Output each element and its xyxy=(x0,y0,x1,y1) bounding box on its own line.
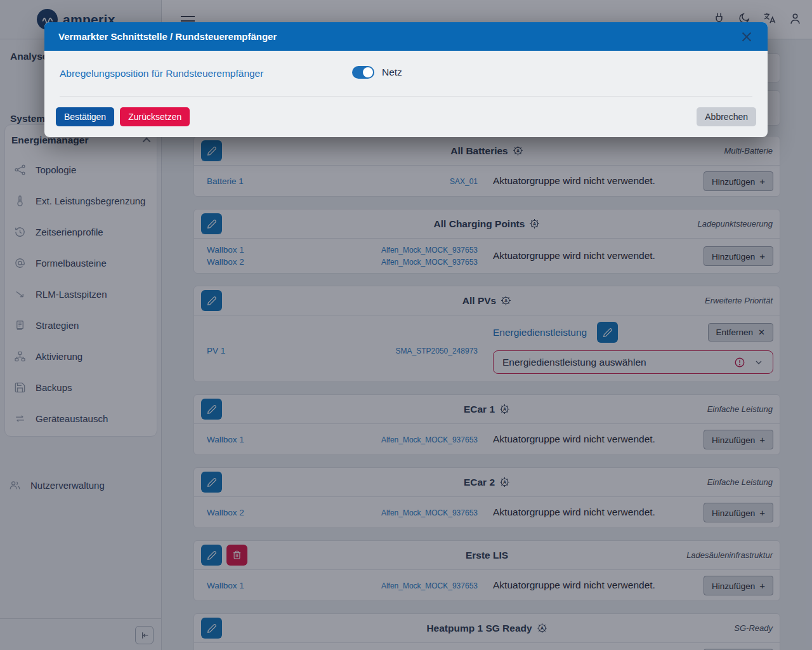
modal-footer: Bestätigen Zurücksetzen Abbrechen xyxy=(44,96,768,137)
reset-button[interactable]: Zurücksetzen xyxy=(120,107,190,126)
abregelungsposition-label: Abregelungsposition für Rundsteuerempfän… xyxy=(60,68,263,79)
confirm-button[interactable]: Bestätigen xyxy=(56,107,114,126)
modal-body: Abregelungsposition für Rundsteuerempfän… xyxy=(44,51,768,96)
cancel-button[interactable]: Abbrechen xyxy=(697,107,756,126)
modal-header: Vermarkter Schnittstelle / Rundsteueremp… xyxy=(44,22,768,51)
toggle-value-label: Netz xyxy=(382,67,402,78)
modal-title: Vermarkter Schnittstelle / Rundsteueremp… xyxy=(58,31,277,42)
vermarkter-modal: Vermarkter Schnittstelle / Rundsteueremp… xyxy=(44,22,768,137)
close-icon[interactable] xyxy=(740,30,754,44)
abregelungsposition-toggle[interactable] xyxy=(352,66,374,79)
